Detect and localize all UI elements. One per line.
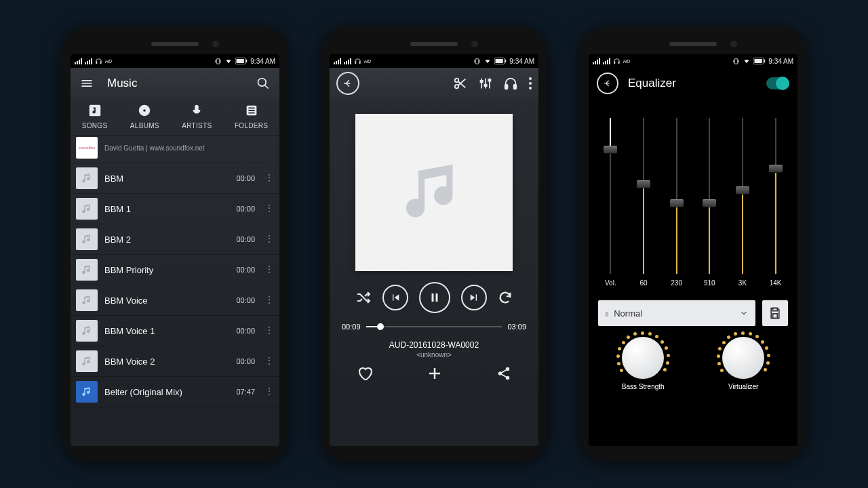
time-elapsed: 00:09	[342, 323, 361, 331]
tab-folders[interactable]: FOLDERS	[235, 103, 268, 129]
song-row[interactable]: BBM 1 00:00 ⋮	[71, 194, 279, 224]
next-button[interactable]	[461, 285, 487, 310]
song-more-icon[interactable]: ⋮	[262, 207, 274, 211]
wifi-icon	[743, 58, 751, 64]
music-note-icon	[397, 155, 471, 230]
add-button[interactable]	[427, 365, 443, 382]
band-label: 230	[671, 279, 682, 287]
song-thumb	[76, 167, 98, 189]
song-row[interactable]: BBM 2 00:00 ⋮	[71, 224, 279, 255]
wifi-icon	[484, 58, 492, 64]
svg-rect-16	[481, 81, 483, 83]
tab-songs[interactable]: SONGS	[82, 103, 108, 129]
song-more-icon[interactable]: ⋮	[262, 329, 274, 333]
eq-band-230[interactable]: 230	[662, 118, 692, 287]
status-bar: HD 9:34 AM	[71, 54, 279, 68]
favorite-button[interactable]	[357, 365, 373, 382]
shuffle-button[interactable]	[355, 289, 372, 306]
preset-select[interactable]: ııNormal	[598, 300, 755, 326]
eq-toggle[interactable]	[766, 77, 789, 89]
tab-artists[interactable]: ARTISTS	[182, 103, 212, 129]
song-row[interactable]: BBM Voice 1 00:00 ⋮	[71, 316, 279, 346]
seek-bar[interactable]: 00:09 03:09	[330, 313, 538, 340]
folders-icon	[244, 103, 259, 118]
song-more-icon[interactable]: ⋮	[262, 390, 274, 394]
song-duration: 00:00	[236, 327, 255, 335]
song-thumb	[76, 381, 98, 403]
bass-knob[interactable]	[622, 337, 664, 379]
svg-rect-20	[514, 85, 517, 89]
app-title: Music	[107, 77, 137, 90]
song-more-icon[interactable]: ⋮	[262, 176, 274, 180]
svg-rect-29	[735, 58, 738, 63]
song-duration: 00:00	[236, 357, 255, 365]
virtualizer-knob[interactable]	[722, 337, 764, 379]
song-thumb	[76, 228, 98, 250]
song-row[interactable]: BBM Voice 2 00:00 ⋮	[71, 346, 279, 377]
song-title: BBM Priority	[104, 265, 229, 275]
song-title: BBM 2	[104, 235, 229, 245]
artists-icon	[189, 103, 204, 118]
band-label: 14K	[770, 279, 782, 287]
song-thumb	[76, 320, 98, 342]
song-title: BBM	[104, 174, 229, 184]
eq-title: Equalizer	[628, 77, 757, 90]
back-button[interactable]	[336, 72, 359, 95]
album-art	[355, 114, 513, 271]
song-list[interactable]: soundfox David Guetta | www.soundfox.net…	[71, 136, 279, 446]
arrow-left-icon	[342, 78, 353, 89]
song-thumb	[76, 198, 98, 220]
headphones-icon[interactable]	[503, 76, 518, 91]
phone-equalizer: HD 9:34 AM Equalizer Vol. 60	[580, 27, 806, 461]
cut-icon[interactable]	[453, 76, 468, 91]
vibrate-icon	[473, 58, 481, 65]
svg-rect-34	[773, 314, 778, 319]
svg-rect-3	[246, 60, 248, 63]
eq-app-bar: Equalizer	[589, 68, 797, 99]
songs-icon	[87, 103, 102, 118]
headphones-icon	[95, 58, 102, 65]
vibrate-icon	[214, 58, 222, 65]
eq-band-3K[interactable]: 3K	[728, 118, 757, 287]
song-row[interactable]: BBM Voice 00:00 ⋮	[71, 285, 279, 316]
svg-rect-24	[432, 293, 434, 302]
song-thumb	[76, 259, 98, 281]
prev-button[interactable]	[382, 285, 408, 310]
playback-controls	[330, 282, 538, 313]
eq-band-910[interactable]: 910	[694, 118, 724, 287]
phone-player: HD 9:34 AM	[321, 27, 547, 461]
save-preset-button[interactable]	[762, 300, 788, 326]
eq-band-60[interactable]: 60	[629, 118, 658, 287]
song-more-icon[interactable]: ⋮	[262, 359, 274, 363]
back-button[interactable]	[597, 73, 618, 94]
song-row[interactable]: BBM 00:00 ⋮	[71, 163, 279, 194]
song-more-icon[interactable]: ⋮	[262, 298, 274, 302]
pause-button[interactable]	[419, 282, 450, 313]
time-total: 03:09	[507, 323, 526, 331]
more-icon[interactable]	[529, 77, 532, 89]
song-duration: 00:00	[236, 266, 255, 274]
eq-band-14K[interactable]: 14K	[761, 118, 791, 287]
song-title: BBM Voice	[104, 296, 229, 306]
song-thumb	[76, 350, 98, 372]
song-row[interactable]: Belter (Original Mix) 07:47 ⋮	[71, 377, 279, 407]
track-artist: <unknown>	[330, 351, 538, 359]
headphones-icon	[354, 58, 361, 65]
song-row[interactable]: BBM Priority 00:00 ⋮	[71, 255, 279, 285]
song-duration: 00:00	[236, 174, 255, 182]
svg-point-14	[455, 79, 459, 83]
share-button[interactable]	[496, 366, 511, 381]
eq-band-Vol.[interactable]: Vol.	[595, 118, 625, 287]
tab-albums[interactable]: ALBUMS	[130, 103, 159, 129]
status-bar: HD 9:34 AM	[589, 54, 797, 68]
wifi-icon	[224, 58, 233, 64]
status-bar: HD 9:34 AM	[330, 54, 538, 68]
repeat-button[interactable]	[498, 290, 513, 305]
search-icon[interactable]	[256, 77, 270, 90]
equalizer-icon[interactable]	[479, 77, 492, 90]
song-more-icon[interactable]: ⋮	[262, 268, 274, 272]
knobs: Bass Strength Virtualizer	[589, 334, 797, 392]
song-more-icon[interactable]: ⋮	[262, 237, 274, 241]
menu-icon[interactable]	[80, 77, 94, 90]
svg-rect-31	[755, 59, 762, 63]
